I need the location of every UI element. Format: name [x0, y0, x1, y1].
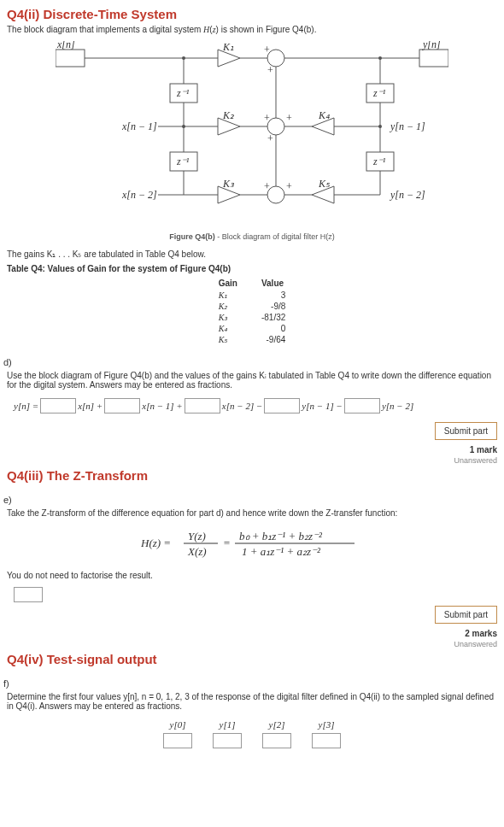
gain-k3-value: -81/32	[249, 312, 297, 323]
svg-text:1 + a₁z⁻¹ + a₂z⁻²: 1 + a₁z⁻¹ + a₂z⁻²	[242, 545, 321, 558]
part-e-label: e)	[3, 495, 497, 505]
part-e-question: Take the Z-transform of the difference e…	[7, 508, 497, 518]
q4iv-heading: Q4(iv) Test-signal output	[7, 652, 497, 666]
svg-text:z⁻¹: z⁻¹	[372, 155, 386, 167]
coeff-yn1-input[interactable]	[264, 398, 300, 414]
term-xn: x[n] +	[78, 401, 103, 411]
svg-text:K₁: K₁	[222, 41, 234, 53]
term-yn1: y[n − 1] −	[302, 401, 343, 411]
svg-text:+: +	[267, 64, 273, 76]
svg-rect-2	[419, 50, 448, 67]
part-d-question: Use the block diagram of Figure Q4(b) an…	[7, 371, 497, 390]
svg-point-54	[267, 186, 284, 203]
block-diagram-svg: x[n] y[n] K₁ + + z⁻¹ z⁻¹ x[n − 1]	[56, 41, 448, 229]
y2-input[interactable]	[262, 733, 291, 748]
term-xn2: x[n − 2] −	[222, 401, 263, 411]
svg-text:K₂: K₂	[222, 109, 235, 121]
gain-k2-label: K₂	[207, 301, 249, 312]
gain-k1-label: K₁	[207, 290, 249, 301]
transfer-function-formula: H(z) = Y(z) X(z) = b₀ + b₁z⁻¹ + b₂z⁻² 1 …	[7, 526, 497, 562]
y3-label: y[3]	[319, 719, 335, 730]
yn-output-row: y[0] y[1] y[2] y[3]	[7, 719, 497, 748]
q4ii-heading: Q4(ii) Discrete-Time System	[7, 7, 497, 21]
svg-text:x[n]: x[n]	[56, 41, 75, 50]
figure-caption-bold: Figure Q4(b)	[169, 232, 215, 241]
gain-k1-value: 3	[249, 290, 297, 301]
part-f-question: Determine the first four values y[n], n …	[7, 692, 497, 711]
svg-text:K₃: K₃	[222, 178, 235, 190]
svg-text:y[n]: y[n]	[422, 41, 441, 50]
part-e-marks: 2 marks	[7, 629, 497, 638]
table-header-gain: Gain	[207, 277, 249, 290]
svg-text:x[n − 2]: x[n − 2]	[121, 189, 157, 201]
svg-text:z⁻¹: z⁻¹	[176, 87, 190, 99]
table-header-value: Value	[249, 277, 297, 290]
gain-k4-value: 0	[249, 323, 297, 334]
part-e-answer-input[interactable]	[14, 587, 43, 602]
part-e-note: You do not need to factorise the result.	[7, 571, 497, 580]
figure-caption-rest: - Block diagram of digital filter H(z)	[215, 232, 335, 241]
q4ii-intro: The block diagram that implements a digi…	[7, 25, 497, 34]
svg-text:+: +	[286, 112, 292, 124]
svg-text:=: =	[223, 537, 231, 549]
gains-intro: The gains K₁ . . . K₅ are tabulated in T…	[7, 249, 497, 259]
svg-text:y[n − 1]: y[n − 1]	[390, 120, 425, 132]
gain-k3-label: K₃	[207, 312, 249, 323]
svg-text:z⁻¹: z⁻¹	[372, 87, 386, 99]
svg-text:z⁻¹: z⁻¹	[176, 155, 190, 167]
part-e-status: Unanswered	[7, 640, 497, 648]
y0-label: y[0]	[170, 719, 186, 730]
svg-text:+: +	[267, 132, 273, 144]
coeff-xn2-input[interactable]	[185, 398, 220, 414]
coeff-xn-input[interactable]	[40, 398, 76, 414]
svg-text:K₄: K₄	[318, 109, 330, 121]
gain-table: Gain Value K₁3 K₂-9/8 K₃-81/32 K₄0 K₅-9/…	[207, 277, 298, 345]
gain-k2-value: -9/8	[249, 301, 297, 312]
submit-part-e-button[interactable]: Submit part	[435, 606, 497, 624]
y3-input[interactable]	[312, 733, 341, 748]
svg-text:X(z): X(z)	[187, 545, 207, 558]
svg-text:H(z) =: H(z) =	[141, 537, 171, 549]
gain-k5-value: -9/64	[249, 334, 297, 345]
gain-k5-label: K₅	[207, 334, 249, 345]
term-yn: y[n] =	[14, 401, 38, 411]
gain-k4-label: K₄	[207, 323, 249, 334]
term-yn2: y[n − 2]	[382, 401, 413, 411]
part-f-label: f)	[3, 678, 497, 689]
svg-text:x[n − 1]: x[n − 1]	[121, 120, 157, 132]
figure-caption: Figure Q4(b) - Block diagram of digital …	[7, 232, 497, 241]
submit-part-d-button[interactable]: Submit part	[435, 422, 497, 440]
svg-text:y[n − 2]: y[n − 2]	[390, 189, 425, 201]
coeff-xn1-input[interactable]	[104, 398, 140, 414]
figure-q4b: x[n] y[n] K₁ + + z⁻¹ z⁻¹ x[n − 1]	[56, 41, 448, 229]
difference-equation-row: y[n] = x[n] + x[n − 1] + x[n − 2] − y[n …	[14, 398, 497, 414]
part-d-marks: 1 mark	[7, 445, 497, 455]
y1-input[interactable]	[213, 733, 242, 748]
svg-rect-0	[56, 50, 85, 67]
svg-text:+: +	[286, 180, 292, 192]
y0-input[interactable]	[163, 733, 192, 748]
svg-text:Y(z): Y(z)	[188, 530, 206, 543]
table-q4-caption: Table Q4: Values of Gain for the system …	[7, 264, 497, 273]
part-d-status: Unanswered	[7, 456, 497, 465]
term-xn1: x[n − 1] +	[142, 401, 183, 411]
part-d-label: d)	[3, 357, 497, 367]
q4iii-heading: Q4(iii) The Z-Transform	[7, 468, 497, 483]
svg-text:K₅: K₅	[318, 178, 331, 190]
coeff-yn2-input[interactable]	[344, 398, 380, 414]
svg-text:b₀ + b₁z⁻¹ + b₂z⁻²: b₀ + b₁z⁻¹ + b₂z⁻²	[239, 530, 323, 543]
y1-label: y[1]	[220, 719, 236, 730]
y2-label: y[2]	[269, 719, 285, 730]
